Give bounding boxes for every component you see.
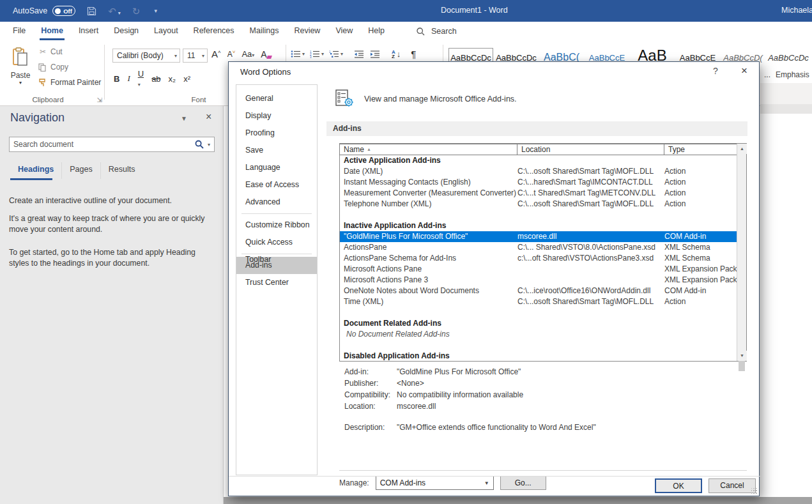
ribbon-tab[interactable]: Mailings xyxy=(242,22,287,41)
dialog-sidebar-item[interactable]: Advanced xyxy=(236,194,317,211)
autosave-toggle[interactable]: Off xyxy=(52,6,75,16)
addin-row[interactable]: Instant Messaging Contacts (English) C:\… xyxy=(340,177,738,188)
chevron-down-icon[interactable]: ▾ xyxy=(208,142,210,148)
strikethrough-button[interactable]: ab xyxy=(151,74,160,84)
pilcrow-button[interactable]: ¶ xyxy=(411,49,416,59)
ribbon-tab[interactable]: View xyxy=(328,22,360,41)
clipboard-dialog-launcher-icon[interactable]: ⇲ xyxy=(97,96,102,103)
scroll-up-icon[interactable]: ▲ xyxy=(737,144,747,154)
copy-button[interactable]: Copy xyxy=(38,63,68,72)
addin-row[interactable]: Date (XML) C:\...osoft Shared\Smart Tag\… xyxy=(340,166,738,177)
cancel-button[interactable]: Cancel xyxy=(709,478,756,493)
document-page[interactable] xyxy=(760,114,812,497)
addin-row[interactable] xyxy=(340,340,738,351)
column-header-type[interactable]: Type xyxy=(664,144,737,155)
addin-row[interactable]: "GoldMine Plus For Microsoft Office" msc… xyxy=(340,231,738,242)
ribbon-tab[interactable]: Home xyxy=(33,22,71,41)
user-name[interactable]: Michaela W xyxy=(781,6,812,15)
resize-grip[interactable] xyxy=(751,488,758,494)
bullet-list-button[interactable]: ▾ xyxy=(291,50,305,58)
go-button[interactable]: Go... xyxy=(500,476,546,490)
addin-row[interactable]: Microsoft Actions Pane 3 XML Expansion P… xyxy=(340,275,738,286)
format-painter-button[interactable]: Format Painter xyxy=(38,78,101,87)
italic-button[interactable]: I xyxy=(127,73,130,84)
dialog-close-icon[interactable]: × xyxy=(741,65,747,77)
grow-font-button[interactable]: A˄ xyxy=(211,49,221,59)
navigation-tab[interactable]: Headings xyxy=(10,162,62,179)
addin-row[interactable]: Inactive Application Add-ins xyxy=(340,220,738,231)
dialog-sidebar-item[interactable]: Save xyxy=(236,142,317,159)
paste-dropdown-caret[interactable]: ▾ xyxy=(9,80,32,86)
superscript-button[interactable]: x² xyxy=(183,74,190,84)
dialog-sidebar-item[interactable]: General xyxy=(236,90,317,107)
dialog-sidebar-item[interactable]: Trust Center xyxy=(236,274,317,291)
style-item[interactable]: AaBbCcDc xyxy=(766,49,811,68)
navigation-pane-menu-icon[interactable]: ▼ xyxy=(181,115,187,122)
addin-row[interactable]: Measurement Converter (Measurement Conve… xyxy=(340,188,738,199)
shrink-font-button[interactable]: A˅ xyxy=(227,49,236,59)
ribbon-tab[interactable]: Review xyxy=(286,22,328,41)
font-size-combobox[interactable]: 11▾ xyxy=(183,49,208,63)
addin-type: XML Schema xyxy=(664,242,738,253)
addin-row[interactable]: ActionsPane Schema for Add-Ins c:\...oft… xyxy=(340,253,738,264)
dialog-help-icon[interactable]: ? xyxy=(713,66,718,76)
search-box[interactable]: Search xyxy=(417,27,457,36)
dialog-sidebar-item[interactable]: Proofing xyxy=(236,125,317,142)
dialog-sidebar-item[interactable]: Quick Access Toolbar xyxy=(236,234,317,251)
column-header-name[interactable]: Name▲ xyxy=(339,144,517,155)
ribbon-tab[interactable]: References xyxy=(186,22,242,41)
customize-quick-access-icon[interactable]: ▾ xyxy=(154,8,157,14)
ribbon-tab[interactable]: File xyxy=(5,22,33,41)
scroll-down-icon[interactable]: ▼ xyxy=(737,351,747,361)
ribbon-tab[interactable]: Layout xyxy=(146,22,186,41)
ribbon-tab[interactable]: Design xyxy=(106,22,146,41)
increase-indent-button[interactable] xyxy=(369,50,380,58)
numbered-list-button[interactable]: 123 ▾ xyxy=(310,50,324,58)
detail-label: Add-in: xyxy=(344,367,397,376)
addin-row[interactable]: Microsoft Actions Pane XML Expansion Pac… xyxy=(340,264,738,275)
addin-row[interactable]: Document Related Add-ins xyxy=(340,318,738,329)
sort-button[interactable]: AZ ↓ xyxy=(392,49,401,59)
addin-row[interactable] xyxy=(340,210,738,220)
bold-button[interactable]: B xyxy=(114,74,119,84)
font-size-value: 11 xyxy=(187,51,195,60)
addin-row[interactable]: Disabled Application Add-ins xyxy=(340,351,738,362)
column-header-location[interactable]: Location xyxy=(517,144,664,155)
search-icon[interactable] xyxy=(195,140,204,149)
navigation-search-box[interactable]: ▾ xyxy=(9,137,215,152)
addin-row[interactable]: Time (XML) C:\...osoft Shared\Smart Tag\… xyxy=(340,296,738,307)
detail-value: "GoldMine Plus For Microsoft Office" xyxy=(397,367,521,376)
decrease-indent-button[interactable] xyxy=(353,50,364,58)
addin-type: Action xyxy=(664,296,738,307)
table-scrollbar[interactable]: ▲ ▼ xyxy=(737,144,746,361)
addin-row[interactable]: Active Application Add-ins xyxy=(340,155,738,166)
clear-formatting-button[interactable]: A xyxy=(261,49,266,59)
save-icon[interactable] xyxy=(87,6,96,16)
subscript-button[interactable]: x₂ xyxy=(169,74,176,84)
navigation-tab[interactable]: Pages xyxy=(62,162,100,179)
ribbon-tab[interactable]: Help xyxy=(360,22,392,41)
addin-row[interactable]: ActionsPane C:\... Shared\VSTO\8.0\Actio… xyxy=(340,242,738,253)
dialog-sidebar-item[interactable]: Ease of Access xyxy=(236,176,317,194)
navigation-tab[interactable]: Results xyxy=(101,162,143,179)
addin-row[interactable] xyxy=(340,307,738,318)
addin-row[interactable]: OneNote Notes about Word Documents C:\..… xyxy=(340,286,738,296)
ribbon-tab[interactable]: Insert xyxy=(71,22,106,41)
ok-button[interactable]: OK xyxy=(655,478,702,493)
detail-row: Add-in: "GoldMine Plus For Microsoft Off… xyxy=(344,367,521,376)
addin-row[interactable]: No Document Related Add-ins xyxy=(340,329,738,340)
font-name-combobox[interactable]: Calibri (Body)▾ xyxy=(112,49,180,63)
change-case-button[interactable]: Aa▾ xyxy=(241,49,254,59)
navigation-pane-close-icon[interactable]: × xyxy=(206,111,211,123)
underline-button[interactable]: U ▾ xyxy=(138,69,144,88)
dialog-sidebar-item[interactable]: Customize Ribbon xyxy=(236,217,317,234)
multilevel-list-button[interactable]: 1 ▾ xyxy=(329,50,343,58)
paste-button[interactable]: Paste ▾ xyxy=(9,46,32,96)
manage-dropdown[interactable]: COM Add-ins ▼ xyxy=(376,476,494,490)
style-label-emphasis[interactable]: Emphasis xyxy=(776,70,809,79)
cut-button[interactable]: ✂ Cut xyxy=(38,47,63,56)
navigation-search-input[interactable] xyxy=(13,140,195,149)
dialog-sidebar-item[interactable]: Language xyxy=(236,159,317,176)
addin-row[interactable]: Telephone Number (XML) C:\...osoft Share… xyxy=(340,199,738,210)
dialog-sidebar-item[interactable]: Display xyxy=(236,107,317,125)
